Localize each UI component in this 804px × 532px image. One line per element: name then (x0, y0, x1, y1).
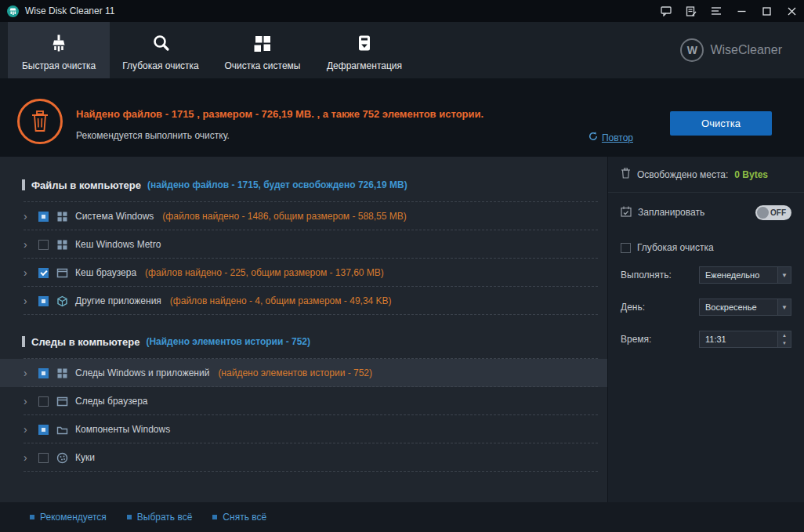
tab-label: Дефрагментация (327, 60, 402, 71)
deep-clean-icon (150, 31, 172, 56)
time-label: Время: (621, 334, 651, 345)
day-field: День: Воскресенье ▼ (608, 299, 804, 316)
tab-system-clean[interactable]: Очистка системы (212, 22, 313, 78)
section-annotation: (найдено файлов - 1715, будет освобожден… (147, 179, 407, 190)
tree-row[interactable]: › Другие приложения (файлов найдено - 4,… (0, 287, 607, 315)
summary-text: Найдено файлов - 1715 , размером - 726,1… (76, 108, 483, 141)
titlebar-buttons (654, 0, 804, 22)
row-checkbox[interactable] (38, 396, 49, 407)
tab-label: Быстрая очистка (22, 60, 96, 71)
expand-chevron-icon[interactable]: › (24, 452, 31, 463)
row-annotation: (найдено элементов истории - 752) (218, 367, 372, 378)
expand-chevron-icon[interactable]: › (24, 267, 31, 278)
run-frequency-select[interactable]: Еженедельно ▼ (699, 266, 791, 284)
windows-traces-icon (56, 367, 68, 379)
maximize-button[interactable] (754, 0, 779, 22)
tree-section-header-traces: Следы в компьютере (Найдено элементов ис… (0, 324, 607, 359)
schedule-toggle[interactable]: OFF (755, 205, 791, 220)
minimize-button[interactable] (729, 0, 754, 22)
main-nav: Быстрая очистка Глубокая очистка Очистка… (0, 22, 804, 78)
browser-traces-icon (56, 396, 68, 407)
time-input[interactable]: 11:31 ▲ ▼ (699, 331, 791, 348)
defrag-icon (353, 31, 375, 56)
close-button[interactable] (779, 0, 804, 22)
schedule-row: Запланировать OFF (608, 193, 804, 232)
row-checkbox[interactable] (38, 212, 49, 222)
row-label: Куки (75, 452, 95, 463)
deselect-all-link[interactable]: Снять всё (212, 512, 266, 523)
brand-logo: W WiseCleaner (680, 22, 782, 78)
expand-chevron-icon[interactable]: › (24, 396, 31, 407)
run-frequency-field: Выполнять: Еженедельно ▼ (608, 266, 804, 284)
tab-label: Глубокая очистка (122, 60, 199, 71)
summary-headline: Найдено файлов - 1715 , размером - 726,1… (76, 108, 483, 120)
tree-row[interactable]: › Куки (0, 443, 607, 472)
tree-row[interactable]: › Следы браузера (0, 387, 607, 415)
tab-defrag[interactable]: Дефрагментация (313, 22, 415, 78)
brand-name: WiseCleaner (710, 43, 782, 57)
bullet-icon (30, 515, 34, 519)
freed-space-value: 0 Bytes (734, 169, 768, 180)
section-marker (22, 336, 25, 347)
footer-bar: Рекомендуется Выбрать всё Снять всё (0, 502, 804, 532)
settings-sidebar: Освобождено места: 0 Bytes Запланировать… (607, 157, 804, 502)
tab-label: Очистка системы (225, 60, 301, 71)
recommended-link[interactable]: Рекомендуется (30, 512, 107, 523)
recommended-label: Рекомендуется (40, 512, 107, 523)
feedback-icon[interactable] (654, 0, 679, 22)
tab-quick-clean[interactable]: Быстрая очистка (8, 22, 110, 78)
menu-icon[interactable] (704, 0, 729, 22)
row-checkbox[interactable] (38, 368, 49, 378)
trash-small-icon (621, 168, 631, 181)
other-apps-icon (56, 295, 68, 307)
spinner-down-icon[interactable]: ▼ (778, 339, 791, 347)
clean-button[interactable]: Очистка (670, 111, 772, 136)
bullet-icon (212, 515, 217, 519)
spinner-up-icon[interactable]: ▲ (778, 331, 791, 339)
expand-chevron-icon[interactable]: › (24, 424, 31, 435)
tab-deep-clean[interactable]: Глубокая очистка (110, 22, 212, 78)
tree-row[interactable]: › Компоненты Windows (0, 415, 607, 443)
quick-clean-icon (48, 31, 70, 56)
row-checkbox[interactable] (38, 425, 49, 435)
app-logo-icon (6, 5, 20, 18)
time-spinner: ▲ ▼ (777, 331, 791, 347)
tree-row[interactable]: › Кеш браузера (файлов найдено - 225, об… (0, 259, 607, 287)
expand-chevron-icon[interactable]: › (24, 211, 31, 222)
row-label: Следы Windows и приложений (75, 367, 209, 378)
row-label: Следы браузера (75, 396, 148, 407)
section-title: Следы в компьютере (31, 336, 139, 348)
content: Файлы в компьютере (найдено файлов - 171… (0, 157, 804, 502)
day-select[interactable]: Воскресенье ▼ (699, 299, 791, 316)
expand-chevron-icon[interactable]: › (24, 295, 31, 306)
toggle-state-label: OFF (770, 208, 786, 217)
titlebar: Wise Disk Cleaner 11 (0, 0, 804, 22)
browser-cache-icon (56, 267, 68, 279)
tree-row[interactable]: › Система Windows (файлов найдено - 1486… (0, 202, 607, 230)
chevron-down-icon[interactable]: ▼ (777, 299, 791, 315)
row-checkbox[interactable] (38, 453, 49, 463)
row-checkbox[interactable] (38, 268, 49, 278)
deep-clean-checkbox[interactable] (621, 243, 631, 253)
section-annotation: (Найдено элементов истории - 752) (146, 336, 310, 347)
metro-cache-icon (56, 239, 68, 251)
checkup-icon[interactable] (679, 0, 704, 22)
run-frequency-label: Выполнять: (621, 270, 672, 280)
expand-chevron-icon[interactable]: › (24, 367, 31, 378)
tree-row[interactable]: › Кеш Windows Metro (0, 230, 607, 259)
row-checkbox[interactable] (38, 296, 49, 306)
brand-circle-icon: W (680, 38, 704, 62)
tree-section-header-files: Файлы в компьютере (найдено файлов - 171… (0, 168, 607, 202)
row-label: Кеш браузера (75, 267, 136, 278)
refresh-icon (589, 132, 598, 143)
chevron-down-icon[interactable]: ▼ (777, 267, 791, 283)
select-all-link[interactable]: Выбрать всё (127, 512, 193, 523)
deep-clean-label: Глубокая очистка (637, 242, 714, 253)
cleanup-tree: Файлы в компьютере (найдено файлов - 171… (0, 157, 607, 502)
repeat-link[interactable]: Повтор (589, 132, 633, 143)
app-window: Wise Disk Cleaner 11 (0, 0, 804, 532)
tree-row[interactable]: › Следы Windows и приложений (найдено эл… (0, 359, 607, 387)
row-checkbox[interactable] (38, 240, 49, 250)
cookies-icon (56, 452, 68, 464)
expand-chevron-icon[interactable]: › (24, 239, 31, 250)
